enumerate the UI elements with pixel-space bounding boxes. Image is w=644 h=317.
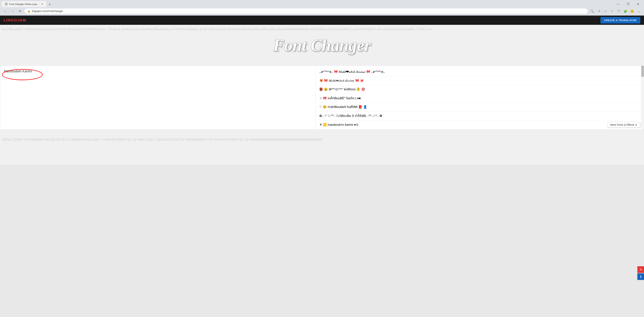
tab-title: Font Changer Online (copy an — [9, 3, 40, 6]
bottom-bg-pattern: 3θfhwI刀θvθθᵛθĨVbeθvBθIθ wIb/J2θ W| Vb 5 … — [0, 135, 644, 144]
content-wrapper: 3θfhwI刀刀θvθθᵛθĨVbeθvBθIθ wIb/J2θ W| Vb 5… — [0, 66, 644, 135]
hero-title: Font Changer — [273, 36, 371, 55]
extension-add-button[interactable]: + — [609, 8, 615, 14]
title-bar: F Font Changer Online (copy an ✕ + — ❐ ✕ — [0, 0, 644, 7]
close-button[interactable]: ✕ — [634, 1, 642, 7]
output-row[interactable]: 🦊 🎀 𝑀𝑎ℎ𝑏♥𝑢𝑏𝑒ℎ 𝐾𝑎𝑟𝑖𝑚𝑖 🎀 🐙 — [319, 76, 640, 85]
forward-button[interactable]: → — [10, 8, 16, 14]
output-row[interactable]: 👺 😀 Mᵃʰᵇ⊙ᵘᵇᵉʰ k⒜Rɪm| 👶 🎯 — [319, 85, 640, 94]
create-translator-button[interactable]: CREATE A TRANSLATOR — [600, 17, 640, 24]
search-button[interactable]: 🔍 — [589, 8, 595, 14]
url-text: lingojam.com/FontChanger — [32, 10, 63, 12]
share-button[interactable]: ↗ — [596, 8, 602, 14]
browser-toolbar: 🔍 ↗ ☆ + 🛡 🧩 😊 ⌄ — [589, 8, 642, 14]
output-scroll[interactable]: ,,øᵅ°ᵒᵒᵅø,, 🎀 𝑀𝒶𝒽𝒷❤𝓊𝒷𝑒𝒽 𝒦𝒶𝓇𝒾𝓂𝒾 🎀 ,,øᵅ°ᵒᵒ… — [316, 66, 644, 129]
input-textarea[interactable]: Mahboubeh Karimi — [0, 66, 316, 129]
scrollbar-track[interactable] — [641, 66, 644, 130]
tabs-row: F Font Changer Online (copy an ✕ + — [2, 1, 52, 7]
output-row[interactable]: ♡ 😊 ṁáHBoubeH KaŘIMI 📕 👤 — [319, 103, 640, 112]
more-fonts-label: More Fonts & Effects — [610, 123, 634, 126]
input-panel: Mahboubeh Karimi — [0, 66, 316, 130]
bookmark-button[interactable]: ☆ — [602, 8, 608, 14]
address-bar[interactable]: 🔒 lingojam.com/FontChanger — [24, 8, 588, 14]
output-row[interactable]: ☆ 🎀 mÃɦBouBÉʰ ҟarĪm | ♦♣ — [319, 94, 640, 103]
more-fonts-button[interactable]: More Fonts & Effects▼ — [608, 122, 640, 128]
tab-favicon: F — [5, 2, 8, 6]
dropdown-button[interactable]: ⌄ — [636, 8, 642, 14]
output-panel: ,,øᵅ°ᵒᵒᵅø,, 🎀 𝑀𝒶𝒽𝒷❤𝓊𝒷𝑒𝒽 𝒦𝒶𝓇𝒾𝓂𝒾 🎀 ,,øᵅ°ᵒᵒ… — [316, 66, 644, 130]
logo-jam: JAM — [17, 18, 26, 22]
lock-icon: 🔒 — [28, 10, 30, 12]
output-row[interactable]: ,,øᵅ°ᵒᵒᵅø,, 🎀 𝑀𝒶𝒽𝒷❤𝓊𝒷𝑒𝒽 𝒦𝒶𝓇𝒾𝓂𝒾 🎀 ,,øᵅ°ᵒᵒ… — [319, 68, 640, 76]
refresh-button[interactable]: ↻ — [17, 8, 23, 14]
back-button[interactable]: ← — [2, 8, 8, 14]
active-tab[interactable]: F Font Changer Online (copy an ✕ — [2, 1, 46, 7]
more-fonts-arrow: ▼ — [635, 124, 637, 126]
logo-lingo: LINGO — [4, 18, 17, 22]
site-logo: LINGOJAM — [4, 18, 26, 22]
puzzle-extension-button[interactable]: 🧩 — [622, 8, 628, 14]
new-tab-button[interactable]: + — [47, 2, 52, 7]
browser-chrome: F Font Changer Online (copy an ✕ + — ❐ ✕… — [0, 0, 644, 16]
output-row[interactable]: ✿..:.* ☆:**:. ℐ𝔬ℌBo𝔲Be ℌ ℭÃℝ|M| .:**:.☆*… — [319, 112, 640, 120]
minimize-button[interactable]: — — [614, 1, 622, 7]
address-bar-row: ← → ↻ 🔒 lingojam.com/FontChanger 🔍 ↗ ☆ +… — [0, 7, 644, 16]
site-wrapper: LINGOJAM CREATE A TRANSLATOR Δω刀ϑωuBθÛᵛH… — [0, 16, 644, 165]
maximize-button[interactable]: ❐ — [624, 1, 632, 7]
output-row[interactable]: ⚜ 🟨 maнboubтн karimi ♦⊙ — [319, 120, 640, 129]
site-nav: LINGOJAM CREATE A TRANSLATOR — [0, 16, 644, 25]
profile-button[interactable]: 😊 — [629, 8, 635, 14]
shield-extension-button[interactable]: 🛡 — [616, 8, 622, 14]
tab-close-button[interactable]: ✕ — [41, 2, 43, 6]
window-controls: — ❐ ✕ — [614, 1, 642, 7]
main-content: Mahboubeh Karimi ,,øᵅ°ᵒᵒᵅø,, 🎀 𝑀𝒶𝒽𝒷❤𝓊𝒷𝑒𝒽… — [0, 66, 644, 135]
hero-section: Δω刀ϑωuBθÛᵛHθθℏvθ9θ33θΘDhθ2ΘFθθθ3θfʰwIDH9… — [0, 25, 644, 66]
bottom-pattern: 3θfhwI刀θvθθᵛθĨVbeθvBθIθ wIb/J2θ W| Vb 5 … — [0, 135, 644, 165]
scrollbar-thumb[interactable] — [641, 66, 644, 77]
